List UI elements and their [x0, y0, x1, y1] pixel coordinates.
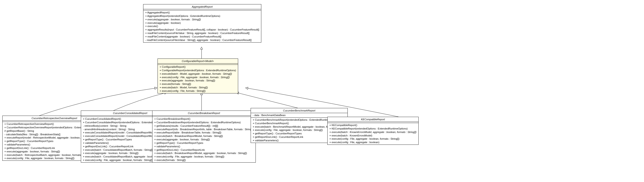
class-title: CucumberBreakdownReport — [152, 111, 256, 116]
member-line: + AggregatedReport(extendedOptions : Ext… — [145, 14, 259, 18]
class-kecompatible-report: KECompatibleReport + KECompatibleReport(… — [327, 117, 418, 145]
member-line: + execute(config : File, aggregate : boo… — [154, 155, 254, 159]
member-line: + executeReport(table : BreakdownTable, … — [154, 131, 254, 134]
class-configurable-report: ConfigurableReport<Model> + Configurable… — [158, 58, 238, 93]
member-line: + execute(config : File, aggregate : boo… — [330, 137, 416, 141]
member-line: + AggregatedReport() — [145, 11, 259, 14]
member-line: + execute(aggregate : boolean) — [145, 21, 259, 25]
class-methods: + ConfigurableReport()+ ConfigurableRepo… — [158, 65, 238, 93]
member-line: + execute() — [145, 24, 259, 28]
class-title: KECompatibleReport — [328, 117, 418, 122]
class-methods: + KECompatibleReport()+ KECompatibleRepo… — [328, 123, 418, 145]
member-line: + execute(formats : String[]) — [160, 82, 236, 86]
member-line: + execute(config : File, aggregate : boo… — [160, 76, 236, 79]
class-title: ConfigurableReport<Model> — [158, 59, 238, 64]
class-aggregated-report: AggregatedReport + AggregatedReport()+ A… — [143, 4, 261, 42]
member-line: + getReportDocLink() : CucumberReportLin… — [154, 148, 254, 152]
member-line: + execute(batch : Model, aggregate : boo… — [160, 72, 236, 76]
class-methods: + CucumberBreakdownReport()+ CucumberBre… — [152, 117, 256, 162]
member-line: + execute(batch : BreakdownReportModel, … — [154, 134, 254, 138]
member-line: + executeReport(info : BreakdownReportIn… — [154, 128, 254, 131]
member-line: + ConfigurableReport() — [160, 65, 236, 69]
member-line: + execute(batch : BreakdownReportModel, … — [154, 152, 254, 155]
member-line: + execute(batch : Model, formats : Strin… — [160, 86, 236, 89]
member-line: + execute(aggregate : boolean, formats :… — [160, 79, 236, 82]
member-line: + validateParameters() — [154, 145, 254, 148]
member-line: + KECompatibleReport(extendedOptions : E… — [330, 127, 416, 130]
member-line: + aggregateResults(input : CucumberFeatu… — [145, 28, 259, 31]
member-line: + execute(config : File, formats : Strin… — [160, 89, 236, 93]
class-methods: + AggregatedReport()+ AggregatedReport(e… — [144, 10, 261, 42]
member-line: + CucumberBreakdownReport() — [154, 117, 254, 121]
member-line: + getStatuses(results : CucumberFeatureR… — [154, 124, 254, 128]
member-line: + readFileContent(aggregate : boolean) :… — [145, 35, 259, 38]
member-line: + execute(formats : String[]) — [154, 159, 254, 162]
member-line: + execute(batch : KnownErrorsModel) — [330, 134, 416, 137]
class-breakdown-report: CucumberBreakdownReport + CucumberBreakd… — [152, 111, 256, 163]
member-line: + KECompatibleReport() — [330, 124, 416, 127]
member-line: + CucumberBreakdownReport(extendedOption… — [154, 121, 254, 124]
member-line: + ConfigurableReport(extendedOptions : E… — [160, 69, 236, 72]
member-line: + execute(batch : KnownErrorsModel, aggr… — [330, 130, 416, 134]
member-line: - readFileContent(sourceFilesValue : Str… — [145, 38, 259, 42]
member-line: + getReportType() : CucumberReportTypes — [154, 141, 254, 145]
member-line: + execute(aggregate : boolean, formats :… — [154, 138, 254, 141]
member-line: + readFileContent(sourceFileValue : Stri… — [145, 31, 259, 35]
member-line: + execute(config : File, aggregate : boo… — [330, 141, 416, 144]
class-title: AggregatedReport — [144, 4, 261, 9]
class-title: CucumberBenchmarkReport — [251, 108, 348, 113]
member-line: - data : BenchmarkDataBean — [253, 114, 346, 117]
member-line: + execute(aggregate : boolean, formats :… — [145, 18, 259, 21]
